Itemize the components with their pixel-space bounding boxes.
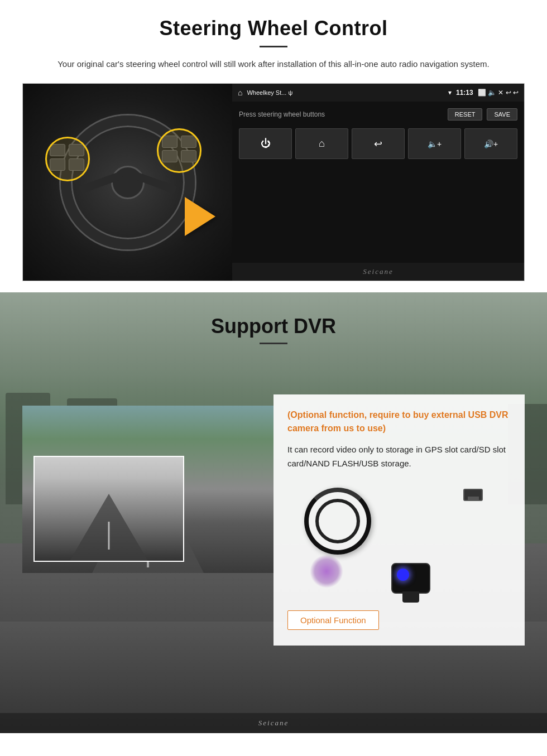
android-screen: ⌂ Wheelkey St... ψ ▾ 11:13 ⬜ 🔈 ✕ ↩ ↩ Pre… [232,84,524,281]
dvr-content: Support DVR (Optional fun [0,292,547,662]
home-icon: ⌂ [238,88,242,97]
swc-cell-vol-up[interactable]: 🔊+ [464,128,517,159]
arrow-shape [185,197,215,236]
dvr-dashcam-screenshots [22,361,274,573]
swc-instruction: Press steering wheel buttons [239,110,325,118]
usb-port [468,497,479,501]
seicane-watermark-steering: Seicane [232,263,524,281]
dvr-camera-lens [397,569,409,581]
android-app-name: Wheelkey St... ψ [247,89,443,96]
arrow-indicator [185,197,215,236]
highlight-circle-left [45,137,90,181]
dvr-section: Support DVR (Optional fun [0,292,547,733]
steering-title: Steering Wheel Control [22,17,525,40]
android-time: 11:13 [456,89,473,97]
reset-button[interactable]: RESET [448,108,483,121]
steering-wheel-center [111,166,145,199]
dvr-camera-glow [310,555,343,588]
swc-cell-vol-down[interactable]: 🔈+ [408,128,461,159]
dvr-camera-mount [402,591,419,603]
optional-function-button[interactable]: Optional Function [287,610,379,630]
swc-cell-back[interactable]: ↩ [352,128,405,159]
dashcam-small-preview [33,456,184,562]
swc-header: Press steering wheel buttons RESET SAVE [239,108,517,121]
swc-action-buttons: RESET SAVE [448,108,517,121]
dvr-camera-body [391,563,430,594]
dashcam-small-line [108,522,110,550]
highlight-circle-right [157,128,201,173]
cable-coil [304,488,371,555]
dvr-camera-image [287,482,511,605]
dvr-info-panel: (Optional function, require to buy exter… [274,394,525,646]
android-swc-content: Press steering wheel buttons RESET SAVE … [232,102,524,263]
save-button[interactable]: SAVE [487,108,517,121]
usb-connector [463,489,483,501]
steering-wheel-photo [23,84,232,281]
steering-section: Steering Wheel Control Your original car… [0,0,547,292]
android-status-icons: ▾ [448,89,452,97]
optional-function-button-container: Optional Function [287,605,511,630]
dvr-title-divider [260,343,287,344]
dvr-description: It can record video only to storage in G… [287,443,511,471]
title-divider [260,46,287,47]
android-notification-icons: ⬜ 🔈 ✕ ↩ ↩ [478,89,519,97]
seicane-watermark-dvr: Seicane [0,713,547,733]
dvr-optional-note: (Optional function, require to buy exter… [287,408,511,435]
swc-button-grid: ⏻ ⌂ ↩ 🔈+ 🔊+ [239,128,517,159]
steering-subtitle: Your original car's steering wheel contr… [45,57,502,71]
swc-cell-power[interactable]: ⏻ [239,128,292,159]
android-statusbar: ⌂ Wheelkey St... ψ ▾ 11:13 ⬜ 🔈 ✕ ↩ ↩ [232,84,524,102]
steering-composite-image: ⌂ Wheelkey St... ψ ▾ 11:13 ⬜ 🔈 ✕ ↩ ↩ Pre… [22,83,525,281]
dashcam-main-view [22,406,274,573]
cable-coil-inner [315,499,360,543]
dvr-title: Support DVR [22,315,525,338]
swc-cell-home[interactable]: ⌂ [295,128,348,159]
dvr-main-content: (Optional function, require to buy exter… [22,361,525,646]
